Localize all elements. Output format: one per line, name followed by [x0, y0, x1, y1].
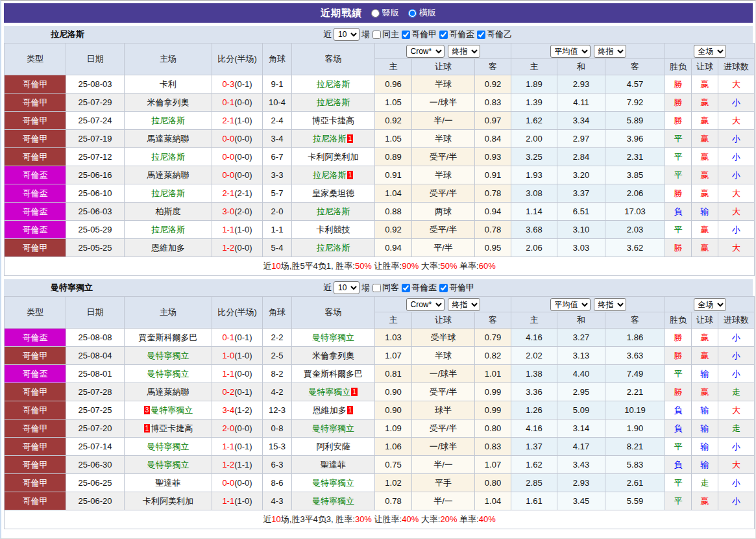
handicap-result: 输: [692, 456, 718, 474]
league-filter-checkbox[interactable]: [439, 31, 448, 39]
average-select[interactable]: 平均值: [550, 298, 591, 311]
team-cell: 卡利競技: [292, 221, 375, 239]
team-cell: 卡利阿美利加: [292, 148, 375, 166]
match-row: 哥倫甲25-05-25恩維加多1-2(0-0)5-4拉尼洛斯0.94平/半0.9…: [5, 239, 755, 257]
asia-home-odds: 1.06: [375, 438, 412, 456]
league-badge: 哥倫甲: [5, 94, 66, 112]
match-row: 哥倫甲25-08-04曼特寧獨立1-0(1-0)2-5米倫拿列奧1.07半球0.…: [5, 347, 755, 365]
games-count-select[interactable]: 10: [334, 281, 360, 294]
euro-away-odds: 3.63: [605, 347, 665, 365]
match-row: 哥倫盃25-08-08賈奎斯科爾多巴0-1(0-1)2-2曼特寧獨立1.03受半…: [5, 329, 755, 347]
match-date: 25-05-25: [66, 239, 125, 257]
fulltime-score: 2-0: [222, 423, 234, 433]
corners-cell: 6-3: [263, 456, 292, 474]
summary-segment: 20%: [440, 514, 457, 524]
result-col-header: 胜负: [665, 59, 692, 75]
euro-away-odds: 2.31: [605, 148, 665, 166]
match-row: 哥倫盃25-06-10拉尼洛斯2-1(2-1)5-7皇家桑坦德1.04受平/半0…: [5, 184, 755, 203]
team-cell: 拉尼洛斯: [125, 221, 212, 239]
summary-segment: 近: [263, 261, 271, 271]
corners-cell: 6-7: [263, 148, 292, 166]
league-badge: 哥倫甲: [5, 438, 66, 456]
team-cell: 卡利阿美利加: [125, 492, 212, 510]
euro-home-odds: 1.37: [511, 438, 557, 456]
corners-cell: 8-2: [263, 365, 292, 383]
horizontal-radio-input[interactable]: [408, 9, 417, 18]
asia-home-odds: 1.09: [375, 420, 412, 438]
team-cell: 馬達萊納聯: [125, 383, 212, 401]
league-badge: 哥倫甲: [5, 148, 66, 166]
vertical-radio-input[interactable]: [371, 9, 380, 18]
handicap-result: 赢: [692, 112, 718, 130]
league-filter[interactable]: 哥倫盃: [439, 29, 474, 40]
euro-draw-odds: 2.95: [557, 383, 605, 401]
asia-away-odds: 0.94: [475, 203, 511, 221]
same-venue-checkbox[interactable]: [372, 31, 381, 39]
handicap-result: 赢: [692, 130, 718, 148]
league-filter[interactable]: 哥倫乙: [476, 29, 512, 40]
goals-result: 小: [718, 492, 755, 510]
match-row: 哥倫甲25-07-19馬達萊納聯0-0(0-0)3-4拉尼洛斯11.05半球0.…: [5, 130, 755, 148]
match-date: 25-08-03: [66, 75, 125, 94]
fulltime-score: 0-0: [222, 478, 234, 488]
same-venue-filter[interactable]: 同客: [372, 282, 399, 294]
summary-segment: 40%: [479, 514, 496, 524]
team-label: 米倫拿列奧: [147, 97, 189, 107]
euro-stage-select[interactable]: 终指: [594, 45, 626, 58]
halftime-score: (0-1): [234, 332, 252, 342]
wdl-result: 平: [665, 166, 692, 184]
euro-home-odds: 4.16: [511, 329, 557, 347]
match-date: 25-07-24: [66, 112, 125, 130]
halftime-score: (0-0): [234, 134, 252, 144]
team-label: 曼特寧獨立: [147, 442, 189, 451]
match-row: 哥倫甲25-07-201博亞卡捷高2-0(0-0)0-8曼特寧獨立1.09受平/…: [5, 420, 755, 438]
same-venue-filter[interactable]: 同主: [372, 29, 399, 40]
fulltime-score: 3-4: [222, 405, 234, 415]
handicap-result: 赢: [692, 239, 718, 257]
league-filter-checkbox[interactable]: [439, 284, 448, 292]
score-cell: 1-1(0-1): [212, 438, 263, 456]
league-filter-checkbox[interactable]: [402, 31, 410, 39]
team-label: 皇家桑坦德: [312, 188, 354, 198]
match-date: 25-08-08: [66, 329, 125, 347]
team-label: 曼特寧獨立: [312, 496, 354, 506]
layout-radio-vertical[interactable]: 豎版: [371, 7, 399, 19]
match-date: 25-06-03: [66, 203, 125, 221]
layout-radio-horizontal[interactable]: 橫版: [408, 7, 436, 19]
odds-stage-select[interactable]: 终指: [448, 298, 480, 311]
fulltime-score: 0-0: [222, 170, 234, 180]
same-venue-checkbox[interactable]: [372, 284, 381, 292]
period-select[interactable]: 全场: [694, 45, 726, 58]
euro-stage-select[interactable]: 终指: [594, 298, 626, 311]
asia-home-odds: 1.05: [375, 130, 412, 148]
league-filter[interactable]: 哥倫盃: [401, 282, 437, 294]
odds-stage-select[interactable]: 终指: [448, 45, 480, 58]
euro-draw-odds: 3.20: [557, 166, 605, 184]
goals-result: 走: [718, 420, 755, 438]
match-date: 25-07-14: [66, 438, 125, 456]
near-label: 近: [323, 29, 332, 40]
team-cell: 柏斯度: [125, 203, 212, 221]
halftime-score: (0-0): [234, 243, 252, 253]
corners-cell: 4-3: [263, 492, 292, 510]
league-filter-label: 哥倫盃: [449, 29, 474, 40]
column-header: 客场: [292, 297, 375, 329]
league-filter[interactable]: 哥倫甲: [439, 282, 474, 294]
average-select[interactable]: 平均值: [550, 45, 591, 58]
team-label: 曼特寧獨立: [147, 351, 189, 360]
league-filter-checkbox[interactable]: [402, 284, 410, 292]
summary-segment: 场,胜3平4负3, 胜率:: [281, 514, 355, 524]
euro-odds-col-header: 主: [511, 59, 557, 75]
bookmaker-select[interactable]: Crow*: [406, 298, 445, 311]
summary-segment: 大率:: [419, 261, 440, 271]
euro-odds-col-header: 主: [511, 312, 557, 329]
score-cell: 3-0(2-0): [212, 203, 263, 221]
wdl-result: 負: [665, 203, 692, 221]
league-filter[interactable]: 哥倫甲: [401, 29, 437, 40]
league-filter-checkbox[interactable]: [477, 31, 485, 39]
period-select[interactable]: 全场: [694, 298, 726, 311]
games-count-select[interactable]: 10: [334, 28, 360, 41]
goals-result: 小: [718, 474, 755, 492]
bookmaker-select[interactable]: Crow*: [406, 45, 445, 58]
euro-home-odds: 1.38: [511, 365, 557, 383]
